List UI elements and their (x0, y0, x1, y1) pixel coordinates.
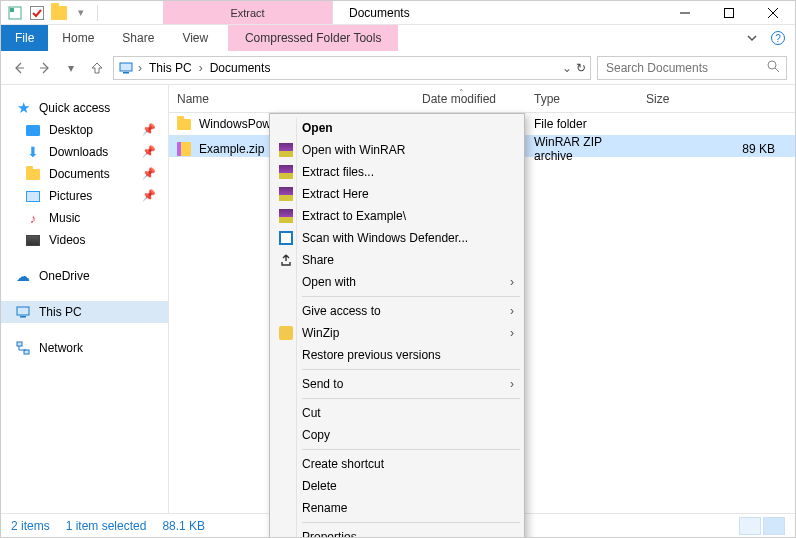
sidebar-item-music[interactable]: ♪ Music (1, 207, 168, 229)
sidebar-item-videos[interactable]: Videos (1, 229, 168, 251)
qat-divider (97, 5, 113, 21)
sidebar-item-desktop[interactable]: Desktop 📌 (1, 119, 168, 141)
menu-label: Extract Here (302, 187, 369, 201)
tab-share[interactable]: Share (108, 25, 168, 51)
menu-defender-scan[interactable]: Scan with Windows Defender... (272, 227, 522, 249)
contextual-tab-bottom[interactable]: Compressed Folder Tools (228, 25, 398, 51)
sort-indicator-icon: ˄ (459, 88, 464, 98)
menu-open[interactable]: Open (272, 117, 522, 139)
search-icon[interactable] (766, 59, 780, 76)
help-icon[interactable]: ? (769, 29, 787, 47)
close-button[interactable] (751, 1, 795, 24)
menu-delete[interactable]: Delete (272, 475, 522, 497)
menu-extract-here[interactable]: Extract Here (272, 183, 522, 205)
sidebar-item-label: Pictures (49, 189, 92, 203)
chevron-right-icon[interactable]: › (199, 61, 203, 75)
back-button[interactable] (9, 58, 29, 78)
sidebar-item-label: Videos (49, 233, 85, 247)
sidebar-network[interactable]: Network (1, 337, 168, 359)
column-date[interactable]: Date modified (414, 92, 526, 106)
tab-file[interactable]: File (1, 25, 48, 51)
status-selected-count: 1 item selected (66, 519, 147, 533)
menu-label: Open (302, 121, 333, 135)
sidebar-quick-access[interactable]: ★ Quick access (1, 97, 168, 119)
menu-extract-to[interactable]: Extract to Example\ (272, 205, 522, 227)
menu-create-shortcut[interactable]: Create shortcut (272, 453, 522, 475)
breadcrumb-documents[interactable]: Documents (207, 61, 274, 75)
menu-label: Copy (302, 428, 330, 442)
tab-home[interactable]: Home (48, 25, 108, 51)
svg-point-6 (768, 61, 776, 69)
sidebar-item-label: Music (49, 211, 80, 225)
search-box[interactable] (597, 56, 787, 80)
sidebar-item-label: Quick access (39, 101, 110, 115)
forward-button[interactable] (35, 58, 55, 78)
column-headers: Name Date modified Type Size (169, 85, 795, 113)
sidebar-item-label: Documents (49, 167, 110, 181)
menu-winzip[interactable]: WinZip › (272, 322, 522, 344)
zip-icon (177, 142, 191, 156)
up-button[interactable] (87, 58, 107, 78)
properties-icon[interactable] (7, 5, 23, 21)
winrar-icon (278, 208, 294, 224)
menu-cut[interactable]: Cut (272, 402, 522, 424)
refresh-icon[interactable]: ↻ (576, 61, 586, 75)
svg-rect-9 (17, 342, 22, 346)
folder-icon[interactable] (51, 5, 67, 21)
winrar-icon (278, 164, 294, 180)
sidebar-onedrive[interactable]: ☁ OneDrive (1, 265, 168, 287)
menu-label: Create shortcut (302, 457, 384, 471)
navigation-pane: ★ Quick access Desktop 📌 ⬇ Downloads 📌 D… (1, 85, 169, 513)
menu-share[interactable]: Share (272, 249, 522, 271)
menu-copy[interactable]: Copy (272, 424, 522, 446)
ribbon-collapse-icon[interactable] (743, 29, 761, 47)
svg-rect-3 (725, 8, 734, 17)
window-title: Documents (333, 1, 663, 24)
menu-open-winrar[interactable]: Open with WinRAR (272, 139, 522, 161)
svg-rect-1 (10, 8, 14, 12)
sidebar-item-pictures[interactable]: Pictures 📌 (1, 185, 168, 207)
address-bar[interactable]: › This PC › Documents ⌄ ↻ (113, 56, 591, 80)
menu-properties[interactable]: Properties (272, 526, 522, 538)
sidebar-item-label: This PC (39, 305, 82, 319)
menu-restore-versions[interactable]: Restore previous versions (272, 344, 522, 366)
breadcrumb-this-pc[interactable]: This PC (146, 61, 195, 75)
pictures-icon (25, 188, 41, 204)
checkbox-icon[interactable] (29, 5, 45, 21)
sidebar-item-label: Network (39, 341, 83, 355)
address-dropdown-icon[interactable]: ⌄ (562, 61, 572, 75)
ribbon: File Home Share View Compressed Folder T… (1, 25, 795, 51)
maximize-button[interactable] (707, 1, 751, 24)
pin-icon: 📌 (142, 145, 156, 158)
menu-give-access[interactable]: Give access to › (272, 300, 522, 322)
menu-label: Delete (302, 479, 337, 493)
menu-rename[interactable]: Rename (272, 497, 522, 519)
menu-extract-files[interactable]: Extract files... (272, 161, 522, 183)
tab-view[interactable]: View (168, 25, 222, 51)
menu-label: Cut (302, 406, 321, 420)
menu-label: Restore previous versions (302, 348, 441, 362)
pin-icon: 📌 (142, 167, 156, 180)
search-input[interactable] (604, 60, 760, 76)
sidebar-item-downloads[interactable]: ⬇ Downloads 📌 (1, 141, 168, 163)
menu-separator (302, 522, 520, 523)
column-size[interactable]: Size (638, 92, 795, 106)
sidebar-item-label: Downloads (49, 145, 108, 159)
thumbnails-view-button[interactable] (763, 517, 785, 535)
qat-dropdown-icon[interactable]: ▾ (73, 5, 89, 21)
sidebar-this-pc[interactable]: This PC (1, 301, 168, 323)
details-view-button[interactable] (739, 517, 761, 535)
minimize-button[interactable] (663, 1, 707, 24)
svg-rect-8 (20, 316, 26, 318)
recent-dropdown-icon[interactable]: ▾ (61, 58, 81, 78)
menu-open-with[interactable]: Open with › (272, 271, 522, 293)
svg-rect-4 (120, 63, 132, 71)
menu-send-to[interactable]: Send to › (272, 373, 522, 395)
pc-icon (118, 60, 134, 76)
sidebar-item-documents[interactable]: Documents 📌 (1, 163, 168, 185)
contextual-tab-top: Extract (163, 1, 333, 24)
column-type[interactable]: Type (526, 92, 638, 106)
chevron-right-icon[interactable]: › (138, 61, 142, 75)
column-name[interactable]: Name (169, 92, 414, 106)
menu-label: Rename (302, 501, 347, 515)
